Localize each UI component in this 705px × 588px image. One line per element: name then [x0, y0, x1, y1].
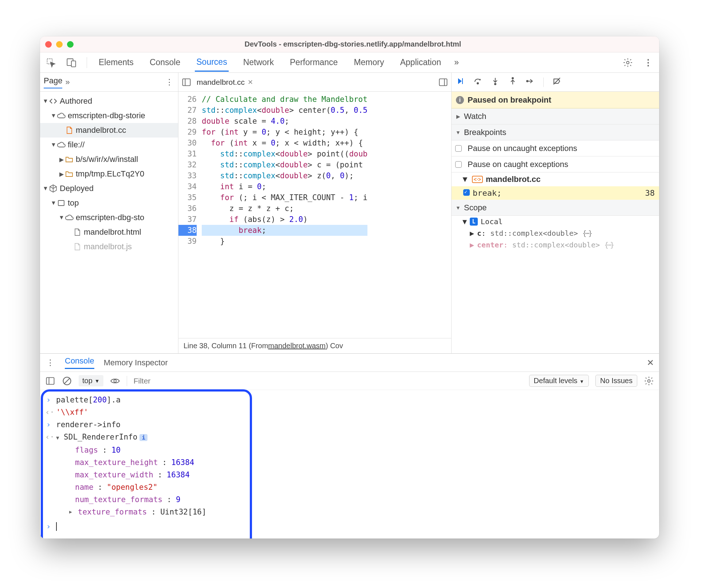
- step-into-icon[interactable]: [491, 77, 500, 88]
- toggle-debugger-icon[interactable]: [438, 77, 448, 87]
- code-editor[interactable]: // Calculate and draw the Mandelbrotstd:…: [200, 92, 369, 338]
- zoom-window-button[interactable]: [67, 41, 74, 48]
- scope-variable[interactable]: ▶c: std::complex<double> {⋯}: [452, 227, 659, 239]
- svg-line-18: [64, 378, 70, 384]
- tab-application[interactable]: Application: [399, 54, 443, 71]
- local-badge-icon: L: [470, 218, 478, 226]
- settings-icon[interactable]: [623, 57, 633, 68]
- pause-uncaught-row[interactable]: Pause on uncaught exceptions: [452, 140, 659, 156]
- toggle-navigator-icon[interactable]: [181, 77, 192, 87]
- context-selector[interactable]: top▼: [79, 375, 103, 386]
- breakpoints-section[interactable]: ▼Breakpoints: [452, 124, 659, 140]
- step-icon[interactable]: [526, 77, 535, 88]
- svg-point-20: [648, 380, 650, 382]
- tab-sources[interactable]: Sources: [195, 53, 228, 72]
- svg-rect-4: [58, 200, 64, 206]
- pause-caught-row[interactable]: Pause on caught exceptions: [452, 156, 659, 172]
- tree-item[interactable]: ▼Authored: [40, 94, 178, 108]
- scope-section[interactable]: ▼Scope: [452, 200, 659, 216]
- close-window-button[interactable]: [45, 41, 52, 48]
- panel-tabbar: ElementsConsoleSourcesNetworkPerformance…: [40, 52, 659, 73]
- console-property[interactable]: max_texture_width: 16384: [45, 469, 654, 481]
- console-settings-icon[interactable]: [644, 376, 654, 386]
- device-toolbar-icon[interactable]: [66, 57, 76, 68]
- close-drawer-icon[interactable]: ✕: [647, 358, 654, 368]
- console-property[interactable]: ▶texture_formats: Uint32[16]: [45, 506, 654, 518]
- info-badge-icon[interactable]: i: [139, 434, 147, 441]
- tree-item[interactable]: ▶tmp/tmp.ELcTq2Y0: [40, 167, 178, 181]
- tab-network[interactable]: Network: [242, 54, 275, 71]
- tree-item[interactable]: mandelbrot.cc: [40, 123, 178, 138]
- drawer-tab-memory-inspector[interactable]: Memory Inspector: [104, 358, 168, 368]
- kebab-menu-icon[interactable]: ⋮: [643, 57, 653, 68]
- console-property[interactable]: name: "opengles2": [45, 481, 654, 493]
- paused-banner: i Paused on breakpoint: [452, 92, 659, 108]
- watch-section[interactable]: ▶Watch: [452, 108, 659, 124]
- drawer-tabbar: ⋮ Console Memory Inspector ✕: [40, 354, 659, 372]
- info-icon: i: [456, 96, 464, 104]
- console-property[interactable]: max_texture_height: 16384: [45, 456, 654, 469]
- scope-variable[interactable]: ▶center: std::complex<double> {⋯}: [452, 239, 659, 251]
- svg-rect-5: [183, 79, 190, 86]
- window-titlebar: DevTools - emscripten-dbg-stories.netlif…: [40, 36, 659, 52]
- tree-item[interactable]: ▼file://: [40, 138, 178, 152]
- console-toolbar: top▼ Default levels ▼ No Issues: [40, 372, 659, 390]
- svg-rect-7: [440, 79, 447, 86]
- log-levels-select[interactable]: Default levels ▼: [529, 375, 589, 387]
- step-over-icon[interactable]: [473, 77, 482, 88]
- tab-elements[interactable]: Elements: [97, 54, 135, 71]
- tabs-overflow[interactable]: »: [453, 54, 460, 71]
- file-tree: ▼Authored▼emscripten-dbg-storiemandelbro…: [40, 92, 178, 256]
- drawer-menu-icon[interactable]: ⋮: [45, 358, 55, 368]
- console-output[interactable]: ›palette[200].a ‹·'\\xff' ›renderer->inf…: [40, 390, 659, 539]
- console-filter-input[interactable]: [134, 375, 523, 387]
- breakpoint-item[interactable]: break; 38: [452, 186, 659, 200]
- clear-console-icon[interactable]: [62, 376, 72, 386]
- editor-tab[interactable]: mandelbrot.cc ✕: [194, 78, 255, 87]
- editor-tab-label: mandelbrot.cc: [197, 78, 245, 87]
- svg-rect-2: [71, 61, 76, 67]
- svg-point-10: [477, 83, 478, 84]
- inspect-element-icon[interactable]: [46, 57, 56, 68]
- close-tab-icon[interactable]: ✕: [248, 78, 253, 86]
- scope-local[interactable]: ▼L Local: [452, 216, 659, 227]
- console-property[interactable]: flags: 10: [45, 444, 654, 456]
- source-map-link[interactable]: mandelbrot.wasm: [268, 342, 326, 350]
- svg-rect-15: [47, 377, 54, 384]
- tab-console[interactable]: Console: [148, 54, 182, 71]
- breakpoint-file[interactable]: ▼ <·> mandelbrot.cc: [452, 172, 659, 186]
- console-property[interactable]: num_texture_formats: 9: [45, 493, 654, 506]
- navigator-tabs-overflow[interactable]: »: [65, 78, 70, 87]
- tree-item[interactable]: ▶b/s/w/ir/x/w/install: [40, 152, 178, 167]
- svg-point-19: [114, 380, 116, 382]
- tree-item[interactable]: ▼Deployed: [40, 181, 178, 196]
- console-sidebar-icon[interactable]: [45, 376, 55, 386]
- deactivate-breakpoints-icon[interactable]: [552, 77, 561, 88]
- source-badge-icon: <·>: [472, 176, 483, 183]
- window-title: DevTools - emscripten-dbg-stories.netlif…: [74, 40, 632, 48]
- svg-rect-9: [462, 78, 463, 84]
- tree-item[interactable]: ▼emscripten-dbg-sto: [40, 210, 178, 225]
- navigator-menu-icon[interactable]: ⋮: [164, 77, 174, 87]
- editor-statusbar: Line 38, Column 11 (From mandelbrot.wasm…: [178, 338, 451, 353]
- breakpoint-checkbox[interactable]: [463, 189, 470, 196]
- tree-item[interactable]: mandelbrot.js: [40, 239, 178, 254]
- svg-point-13: [527, 80, 528, 82]
- tree-item[interactable]: ▼top: [40, 196, 178, 210]
- console-prompt[interactable]: [56, 522, 57, 531]
- resume-icon[interactable]: [456, 77, 465, 88]
- issues-button[interactable]: No Issues: [595, 375, 637, 387]
- step-out-icon[interactable]: [508, 77, 517, 88]
- tree-item[interactable]: ▼emscripten-dbg-storie: [40, 108, 178, 123]
- minimize-window-button[interactable]: [56, 41, 63, 48]
- svg-point-11: [495, 83, 496, 85]
- tab-performance[interactable]: Performance: [288, 54, 339, 71]
- live-expression-icon[interactable]: [110, 376, 120, 386]
- tab-memory[interactable]: Memory: [352, 54, 386, 71]
- svg-point-12: [512, 78, 513, 79]
- debugger-toolbar: [452, 73, 659, 92]
- navigator-tab-page[interactable]: Page: [44, 76, 62, 88]
- svg-point-3: [627, 61, 629, 64]
- tree-item[interactable]: mandelbrot.html: [40, 225, 178, 239]
- drawer-tab-console[interactable]: Console: [65, 356, 94, 369]
